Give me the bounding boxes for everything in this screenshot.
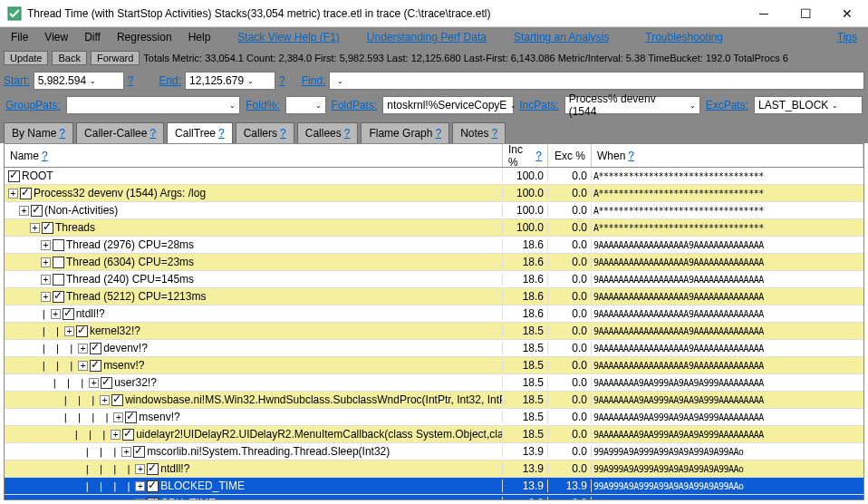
tab-calltree[interactable]: CallTree? [167, 122, 233, 143]
row-checkbox[interactable] [147, 498, 159, 500]
foldpats-label[interactable]: FoldPats: [332, 99, 378, 111]
tree-row[interactable]: | |+kernel32!?18.50.09AAAAAAAAAAAAAAAAAA… [5, 323, 863, 340]
tree-row[interactable]: | | |+devenv!?18.50.09AAAAAAAAAAAAAAAAAA… [5, 340, 863, 357]
col-exc[interactable]: Exc % [548, 144, 592, 167]
expand-icon[interactable]: + [41, 240, 51, 250]
tree-row[interactable]: |+ntdll!?18.60.09AAAAAAAAAAAAAAAAAA9AAAA… [5, 305, 863, 323]
grouppats-label[interactable]: GroupPats: [5, 99, 61, 111]
tree-row[interactable]: | | |+windowsbase.ni!MS.Win32.HwndSubcla… [5, 392, 863, 409]
col-when[interactable]: When? [592, 144, 863, 167]
expand-icon[interactable]: + [19, 206, 29, 216]
tree-row[interactable]: +Thread (2976) CPU=28ms18.60.09AAAAAAAAA… [5, 237, 863, 254]
end-input[interactable]: 12,125.679⌄ [185, 72, 275, 90]
tree-row[interactable]: | | | |+ntdll!?13.90.099A999A9A999A99A9A… [5, 460, 863, 478]
find-label[interactable]: Find: [302, 74, 326, 87]
tab-byname[interactable]: By Name? [4, 122, 73, 143]
link-tips[interactable]: Tips [830, 29, 864, 45]
expand-icon[interactable]: + [121, 447, 131, 457]
row-checkbox[interactable] [147, 463, 159, 475]
tree-row[interactable]: +Thread (5212) CPU=1213ms18.60.09AAAAAAA… [5, 288, 863, 305]
tree-row[interactable]: +Thread (6304) CPU=23ms18.60.09AAAAAAAAA… [5, 254, 863, 271]
tab-callers[interactable]: Callers? [236, 122, 294, 143]
expand-icon[interactable]: + [41, 292, 51, 302]
tree-row[interactable]: | | | | +BLOCKED_TIME13.913.999A999A9A99… [5, 478, 863, 495]
row-checkbox[interactable] [63, 308, 74, 320]
row-checkbox[interactable] [53, 257, 64, 268]
row-checkbox[interactable] [90, 343, 101, 354]
expand-icon[interactable]: + [41, 275, 51, 285]
col-name[interactable]: Name? [5, 144, 503, 167]
foldpct-input[interactable]: ⌄ [285, 96, 326, 114]
tree-row[interactable]: | | |+user32!?18.50.09AAAAAAAA9AA999AA9A… [5, 374, 863, 392]
row-checkbox[interactable] [20, 188, 32, 199]
tab-callees[interactable]: Callees? [297, 122, 359, 143]
forward-button[interactable]: Forward [91, 51, 140, 65]
expand-icon[interactable]: + [135, 481, 145, 491]
row-checkbox[interactable] [31, 205, 43, 217]
tab-caller-callee[interactable]: Caller-Callee? [76, 122, 164, 143]
link-starting-analysis[interactable]: Starting an Analysis [506, 29, 616, 45]
tree-row[interactable]: +Thread (240) CPU=145ms18.60.09AAAAAAAAA… [5, 271, 863, 288]
link-troubleshooting[interactable]: Troubleshooting [638, 29, 730, 45]
link-stackview-help[interactable]: Stack View Help (F1) [230, 29, 346, 45]
tab-notes[interactable]: Notes? [452, 122, 506, 143]
row-checkbox[interactable] [147, 480, 159, 492]
row-checkbox[interactable] [8, 170, 20, 182]
expand-icon[interactable]: + [135, 464, 145, 474]
tree-row[interactable]: +(Non-Activities)100.00.0A**************… [5, 202, 863, 219]
tree-row[interactable]: | | |+uidelayr2!UIDelayR2.UIDelayR2.Menu… [5, 426, 863, 443]
expand-icon[interactable]: + [135, 499, 145, 500]
incpats-label[interactable]: IncPats: [519, 99, 558, 111]
tab-flamegraph[interactable]: Flame Graph? [361, 122, 449, 143]
menu-view[interactable]: View [37, 29, 75, 45]
start-label[interactable]: Start: [4, 74, 30, 87]
excpats-input[interactable]: LAST_BLOCK⌄ [754, 96, 863, 114]
row-checkbox[interactable] [122, 429, 134, 441]
minimize-button[interactable]: ─ [743, 0, 785, 27]
menu-file[interactable]: File [4, 29, 35, 45]
row-checkbox[interactable] [53, 274, 64, 286]
expand-icon[interactable]: + [51, 309, 61, 319]
tree-row[interactable]: | | |+msenv!?18.50.09AAAAAAAAAAAAAAAAAA9… [5, 357, 863, 374]
expand-icon[interactable]: + [111, 430, 121, 440]
end-help[interactable]: ? [279, 74, 285, 87]
find-input[interactable]: ⌄ [329, 72, 864, 90]
expand-icon[interactable]: + [64, 326, 74, 336]
maximize-button[interactable]: ☐ [785, 0, 826, 27]
row-checkbox[interactable] [90, 360, 101, 372]
expand-icon[interactable]: + [8, 189, 18, 199]
row-checkbox[interactable] [133, 446, 145, 458]
grid-body[interactable]: ROOT100.00.0A***************************… [5, 168, 863, 499]
incpats-input[interactable]: Process% devenv (1544⌄ [564, 96, 700, 114]
row-checkbox[interactable] [53, 291, 64, 303]
menu-diff[interactable]: Diff [77, 29, 108, 45]
col-inc[interactable]: Inc %? [503, 144, 548, 167]
menu-help[interactable]: Help [181, 29, 218, 45]
expand-icon[interactable]: + [100, 395, 110, 405]
tree-row[interactable]: ROOT100.00.0A***************************… [5, 168, 863, 185]
expand-icon[interactable]: + [78, 361, 88, 371]
link-understanding-perf[interactable]: Understanding Perf Data [360, 29, 494, 45]
end-label[interactable]: End: [159, 74, 181, 87]
tree-row[interactable]: +Threads100.00.0A***********************… [5, 219, 863, 237]
tree-row[interactable]: | | |+mscorlib.ni!System.Threading.Threa… [5, 443, 863, 460]
grouppats-input[interactable]: ⌄ [66, 96, 241, 114]
update-button[interactable]: Update [4, 51, 48, 65]
expand-icon[interactable]: + [41, 257, 51, 267]
row-checkbox[interactable] [42, 222, 53, 234]
tree-row[interactable]: | | | | +CPU_TIME0.00.0..-..-.-...-..-.-… [5, 495, 863, 499]
start-input[interactable]: 5,982.594⌄ [34, 72, 124, 90]
tree-row[interactable]: | | | |+msenv!?18.50.09AAAAAAAA9AA999AA9… [5, 409, 863, 426]
excpats-label[interactable]: ExcPats: [706, 99, 748, 111]
row-checkbox[interactable] [101, 377, 112, 389]
foldpats-input[interactable]: ntoskrnl!%ServiceCopyE⌄ [382, 96, 514, 114]
expand-icon[interactable]: + [78, 344, 88, 354]
row-checkbox[interactable] [125, 412, 137, 423]
row-checkbox[interactable] [53, 239, 64, 251]
row-checkbox[interactable] [76, 325, 88, 337]
back-button[interactable]: Back [52, 51, 86, 65]
row-checkbox[interactable] [111, 394, 123, 406]
close-button[interactable]: ✕ [826, 0, 868, 27]
expand-icon[interactable]: + [30, 223, 40, 233]
expand-icon[interactable]: + [113, 412, 123, 422]
